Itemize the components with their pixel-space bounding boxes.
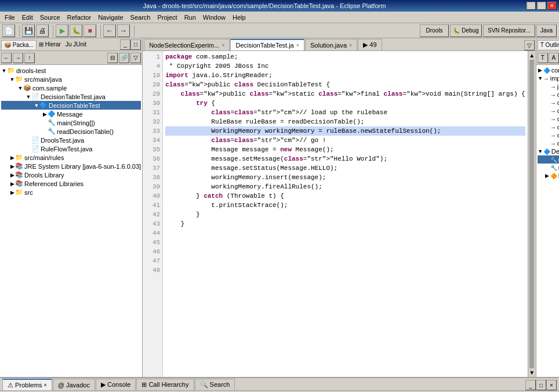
scroll-thumb[interactable] bbox=[529, 60, 534, 368]
left-panel-tabs: 📦 Packa... ⊞ Hierar Ju JUnit _ □ bbox=[0, 38, 142, 51]
new-button[interactable]: 📄 bbox=[2, 24, 15, 37]
outline-item[interactable]: ▶🔶Message bbox=[538, 172, 559, 180]
editor-tabs: NodeSelectionExperim... × DecisionTableT… bbox=[143, 38, 536, 51]
link-editor-button[interactable]: 🔗 bbox=[119, 53, 129, 63]
bottom-close[interactable]: × bbox=[546, 380, 557, 390]
close-nodeselection[interactable]: × bbox=[222, 42, 224, 48]
tree-item[interactable]: ▶📚JRE System Library [java-6-sun-1.6.0.0… bbox=[1, 162, 141, 170]
scroll-down[interactable]: ▼ bbox=[529, 369, 535, 376]
up-nav-button[interactable]: ↑ bbox=[24, 53, 35, 63]
menu-search[interactable]: Search bbox=[127, 13, 154, 22]
code-line: workingMemory.fireAllRules(); bbox=[165, 182, 525, 191]
stop-button[interactable]: ■ bbox=[84, 24, 96, 37]
bottom-minimize[interactable]: _ bbox=[525, 380, 536, 390]
tab-call-hierarchy[interactable]: ⊞ Call Hierarchy bbox=[136, 379, 194, 390]
tree-item[interactable]: ▼📦com.sample bbox=[1, 84, 141, 92]
tree-item[interactable]: ▶📚Referenced Libraries bbox=[1, 179, 141, 188]
forward-nav-button[interactable]: → bbox=[13, 53, 23, 63]
editor-scrollbar[interactable]: ▲ ▼ bbox=[528, 51, 536, 377]
back-nav-button[interactable]: ← bbox=[1, 53, 12, 63]
debug-button[interactable]: 🐛 bbox=[70, 24, 82, 37]
tab-hierarchy[interactable]: ⊞ Hierar bbox=[37, 40, 63, 49]
tree-item[interactable]: ▶🔷Message bbox=[1, 110, 141, 118]
tab-nodeselection[interactable]: NodeSelectionExperim... × bbox=[144, 39, 230, 50]
menu-navigate[interactable]: Navigate bbox=[95, 13, 126, 22]
tab-javadoc[interactable]: @ Javadoc bbox=[53, 379, 95, 390]
tree-item[interactable]: ▶📁src bbox=[1, 188, 141, 197]
outline-area: ▶🔷com.sample▼→import declarations →java.… bbox=[536, 65, 559, 377]
menu-file[interactable]: File bbox=[1, 13, 19, 22]
outline-item[interactable]: 🔧main(String[]) bbox=[538, 155, 559, 164]
tree-item[interactable]: ▶📁src/main/rules bbox=[1, 153, 141, 162]
outline-item[interactable]: ▼→import declarations bbox=[538, 74, 559, 82]
tree-item[interactable]: ▼📁src/main/java bbox=[1, 75, 141, 84]
tab-decisiontabletest[interactable]: DecisionTableTest.ja × bbox=[230, 39, 304, 50]
outline-item[interactable]: →org.drools.WorkingMemory bbox=[538, 107, 559, 115]
scroll-up[interactable]: ▲ bbox=[529, 52, 535, 59]
save-button[interactable]: 💾 bbox=[22, 24, 35, 37]
tab-outline[interactable]: T Outline bbox=[538, 40, 559, 49]
close-button[interactable]: ✕ bbox=[547, 2, 557, 10]
close-problems[interactable]: × bbox=[43, 382, 46, 388]
tree-item[interactable]: 🔧readDecisionTable() bbox=[1, 127, 141, 136]
tab-solution[interactable]: Solution.java × bbox=[305, 39, 357, 50]
code-line: class=class="str">"cm">// go ! bbox=[165, 136, 525, 145]
menu-edit[interactable]: Edit bbox=[19, 13, 37, 22]
tab-search[interactable]: 🔍 Search bbox=[195, 379, 235, 390]
code-line: class=class="str">"cm">// load up the ru… bbox=[165, 108, 525, 117]
close-decisiontabletest[interactable]: × bbox=[296, 42, 299, 48]
menu-run[interactable]: Run bbox=[181, 13, 199, 22]
outline-item[interactable]: →org.drools.decisiontable.Inp... bbox=[538, 123, 559, 131]
outline-item[interactable]: 🔧readDecisionTable() bbox=[538, 164, 559, 172]
tree-item[interactable]: ▼🔷DecisionTableTest bbox=[1, 101, 141, 110]
menu-refactor[interactable]: Refactor bbox=[64, 13, 95, 22]
maximize-left[interactable]: □ bbox=[130, 39, 141, 50]
run-button[interactable]: ▶ bbox=[56, 24, 68, 37]
perspective-java2[interactable]: Java bbox=[536, 24, 557, 37]
perspective-debug[interactable]: 🐛 Debug bbox=[450, 24, 482, 37]
outline-item[interactable]: ▼🔷DecisionTableTest bbox=[538, 147, 559, 155]
tree-item[interactable]: ▼📁drools-test bbox=[1, 66, 141, 75]
menu-help[interactable]: Help bbox=[229, 13, 249, 22]
tree-item[interactable]: 📄DroolsTest.java bbox=[1, 136, 141, 144]
view-menu-button[interactable]: ▽ bbox=[130, 53, 141, 63]
back-button[interactable]: ← bbox=[103, 24, 116, 37]
tree-item[interactable]: 🔧main(String[]) bbox=[1, 118, 141, 127]
code-line: try { bbox=[165, 99, 525, 108]
editor-area[interactable]: 1419282930313233343536373839404142434445… bbox=[143, 51, 536, 377]
tree-item[interactable]: ▶📚Drools Library bbox=[1, 170, 141, 179]
minimize-button[interactable]: ─ bbox=[527, 2, 536, 10]
tree-item[interactable]: 📄RuleFlowTest.java bbox=[1, 144, 141, 153]
print-button[interactable]: 🖨 bbox=[36, 24, 49, 37]
tab-console[interactable]: ▶ Console bbox=[96, 379, 136, 390]
code-editor[interactable]: package com.sample; * Copyright 2005 JBo… bbox=[163, 51, 528, 377]
menu-window[interactable]: Window bbox=[199, 13, 229, 22]
toolbar-sep-3 bbox=[99, 25, 101, 37]
outline-item[interactable]: →java.io.StringReader bbox=[538, 82, 559, 90]
close-solution[interactable]: × bbox=[349, 42, 352, 48]
code-line: class="kw">public class DecisionTableTes… bbox=[165, 80, 525, 89]
perspective-svn[interactable]: SVN Repositor... bbox=[483, 24, 535, 37]
forward-button[interactable]: → bbox=[117, 24, 130, 37]
sort-button[interactable]: T bbox=[538, 53, 548, 63]
bottom-maximize[interactable]: □ bbox=[536, 380, 546, 390]
outline-item[interactable]: →org.drools.rule.Package bbox=[538, 139, 559, 147]
tab-49[interactable]: ▶ 49 bbox=[358, 39, 382, 50]
hide-fields-button[interactable]: A bbox=[549, 53, 559, 63]
maximize-button[interactable]: □ bbox=[537, 2, 546, 10]
tab-package-explorer[interactable]: 📦 Packa... bbox=[1, 40, 37, 49]
editor-menu[interactable]: ▽ bbox=[524, 40, 535, 50]
outline-item[interactable]: →org.drools.compiler.Package... bbox=[538, 115, 559, 123]
outline-item[interactable]: →org.drools.RuleBaseFactory bbox=[538, 99, 559, 107]
outline-item[interactable]: →org.drools.decisiontable.Spr... bbox=[538, 131, 559, 139]
tab-junit[interactable]: Ju JUnit bbox=[63, 40, 89, 49]
tab-problems[interactable]: ⚠ Problems × bbox=[2, 379, 52, 390]
collapse-all-button[interactable]: ⊟ bbox=[107, 53, 118, 63]
minimize-left[interactable]: _ bbox=[120, 39, 130, 50]
menu-project[interactable]: Project bbox=[154, 13, 180, 22]
menu-source[interactable]: Source bbox=[37, 13, 64, 22]
tree-item[interactable]: ▼📄DecisionTableTest.java bbox=[1, 92, 141, 101]
outline-item[interactable]: →org.drools.RuleBase bbox=[538, 90, 559, 99]
outline-item[interactable]: ▶🔷com.sample bbox=[538, 66, 559, 74]
perspective-java[interactable]: Drools bbox=[420, 24, 449, 37]
